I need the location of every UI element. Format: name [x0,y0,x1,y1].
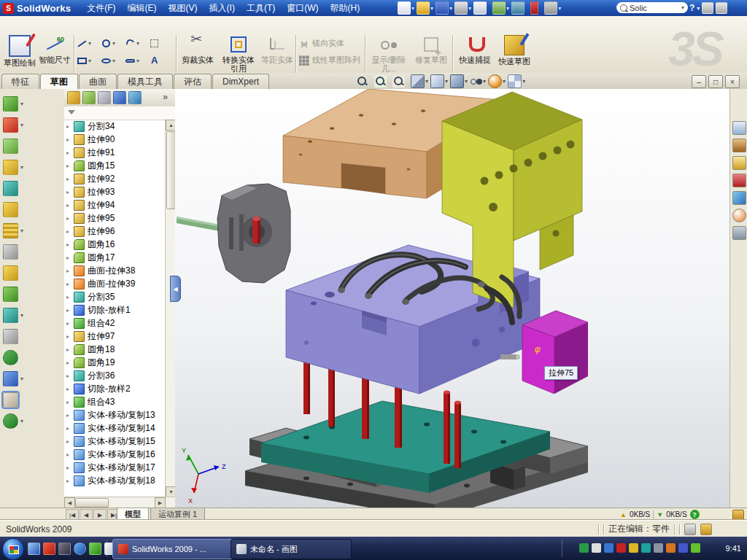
command-tab[interactable]: 曲面 [79,74,117,89]
tray-mini-icon[interactable] [732,510,744,521]
chevron-down-icon[interactable]: ▾ [20,164,23,171]
view-tool-button[interactable]: ▾ [488,74,506,88]
feature-tree-item[interactable]: 分割35 [64,290,166,303]
graphics-viewport[interactable]: φ Y Z X 拉伸75 [175,89,729,508]
feature-tree-item[interactable]: 圆角17 [64,251,166,264]
toolbar-button[interactable]: ▾ [398,1,415,15]
more-tabs-chevron[interactable]: » [163,92,168,102]
tree-horizontal-scrollbar[interactable]: ◀ ▶ [64,497,175,508]
left-toolbar-button[interactable]: ▾ [3,371,23,386]
feature-tree-item[interactable]: 圆角18 [64,343,166,356]
chevron-down-icon[interactable]: ▾ [483,78,486,85]
command-tab[interactable]: 草图 [40,74,78,90]
command-tab[interactable]: DimXpert [212,74,269,89]
toolbar-button[interactable]: ▾ [436,1,453,15]
expand-arrow-icon[interactable] [66,478,73,484]
left-toolbar-button[interactable]: ▾ [3,244,23,260]
feature-tree-item[interactable]: 拉伸94 [64,198,166,211]
expand-arrow-icon[interactable] [66,281,73,287]
tray-icon[interactable] [654,543,663,553]
quick-launch-icon[interactable] [43,542,55,555]
left-toolbar-button[interactable]: ▾ [3,350,23,365]
left-toolbar-button[interactable]: ▾ [3,160,23,175]
scrollbar-thumb[interactable] [75,498,109,508]
tray-icon[interactable] [629,543,638,553]
toolbar-button[interactable]: ▾ [544,1,562,15]
task-pane-icon[interactable] [732,209,746,222]
part-slide-block[interactable] [217,184,290,283]
expand-arrow-icon[interactable] [66,346,73,353]
task-pane-icon[interactable] [732,174,746,187]
feature-tree-item[interactable]: 实体-移动/复制13 [64,408,166,421]
left-toolbar-button[interactable]: ▾ [3,223,23,238]
task-pane-icon[interactable] [732,121,746,135]
toolbar-button[interactable]: ▾ [530,1,543,15]
view-tool-button[interactable]: ▾ [411,74,428,88]
sketch-tool-button[interactable]: ▾ [125,52,149,69]
left-toolbar-button[interactable]: ▾ [3,308,23,323]
expand-arrow-icon[interactable] [66,425,73,432]
search-box[interactable]: Solic ▾ [616,2,688,13]
tab-nav-button[interactable]: ◀ [80,509,93,521]
chevron-down-icon[interactable]: ▾ [112,40,115,47]
task-pane-icon[interactable] [732,191,746,205]
tray-icon[interactable] [641,543,651,553]
left-toolbar-button[interactable]: ▾ [3,329,23,344]
chevron-down-icon[interactable]: ▾ [88,58,91,64]
chevron-down-icon[interactable]: ▾ [88,40,91,47]
toolbar-button[interactable]: ▾ [511,1,529,15]
command-tab[interactable]: 特征 [1,74,39,89]
chevron-down-icon[interactable]: ▾ [681,4,684,11]
manager-tab-icon[interactable] [128,91,142,104]
linear-sketch-pattern-button[interactable]: 线性草图阵列 [299,52,363,69]
left-toolbar-button[interactable]: ▾ [3,287,23,302]
toolbar-extra-icon[interactable] [716,2,727,14]
left-toolbar-button[interactable]: ▾ [3,181,23,196]
tree-filter-row[interactable] [64,106,179,120]
feature-tree-item[interactable]: 切除-放样2 [64,382,166,395]
feature-tree-item[interactable]: 圆角16 [64,238,166,251]
expand-arrow-icon[interactable] [66,359,73,366]
tree-vertical-scrollbar[interactable]: ▲ ▼ [165,120,175,497]
expand-arrow-icon[interactable] [66,320,73,327]
expand-arrow-icon[interactable] [66,333,73,340]
toolbar-extra-icon[interactable] [702,2,713,14]
sketch-tool-button[interactable]: ▾ [101,34,125,52]
chevron-down-icon[interactable]: ▾ [136,58,139,64]
expand-arrow-icon[interactable] [66,386,73,392]
expand-arrow-icon[interactable] [66,123,73,130]
quick-launch-icon[interactable] [74,542,86,555]
toolbar-button[interactable]: ▾ [454,1,472,15]
chevron-down-icon[interactable]: ▾ [445,78,448,85]
view-tool-button[interactable]: ▾ [356,75,372,88]
left-toolbar-button[interactable]: ▾ [3,139,23,154]
left-toolbar-button[interactable]: ▾ [3,202,23,217]
view-tool-button[interactable]: ▾ [450,74,468,88]
expand-arrow-icon[interactable] [66,464,73,471]
feature-tree-item[interactable]: 拉伸95 [64,211,166,225]
menu-item[interactable]: 插入(I) [204,0,241,17]
scroll-right-button[interactable]: ▶ [155,497,166,508]
feature-tree-item[interactable]: 拉伸92 [64,172,166,185]
view-tool-button[interactable]: ▾ [430,74,448,88]
tray-icon[interactable] [579,543,589,553]
help-button[interactable]: ? ▾ [689,2,727,14]
command-tab[interactable]: 评估 [174,74,212,89]
expand-arrow-icon[interactable] [66,241,73,248]
feature-tree-item[interactable]: 实体-移动/复制14 [64,421,166,435]
left-toolbar-button[interactable]: ▾ [3,413,23,429]
feature-tree-item[interactable]: 实体-移动/复制16 [64,448,166,461]
feature-tree-item[interactable]: 组合43 [64,395,166,408]
manager-tab-icon[interactable] [67,91,80,104]
menu-item[interactable]: 视图(V) [163,0,204,17]
chevron-down-icon[interactable]: ▾ [20,312,23,319]
expand-arrow-icon[interactable] [66,149,73,156]
feature-tree-item[interactable]: 圆角19 [64,356,166,369]
chevron-down-icon[interactable]: ▾ [20,122,23,128]
expand-arrow-icon[interactable] [66,215,73,222]
toolbar-button[interactable]: ▾ [473,1,491,15]
tray-icon[interactable] [604,543,614,553]
mirror-entities-button[interactable]: 镜向实体 [299,35,363,52]
quick-launch-icon[interactable] [89,542,101,555]
expand-arrow-icon[interactable] [66,373,73,379]
